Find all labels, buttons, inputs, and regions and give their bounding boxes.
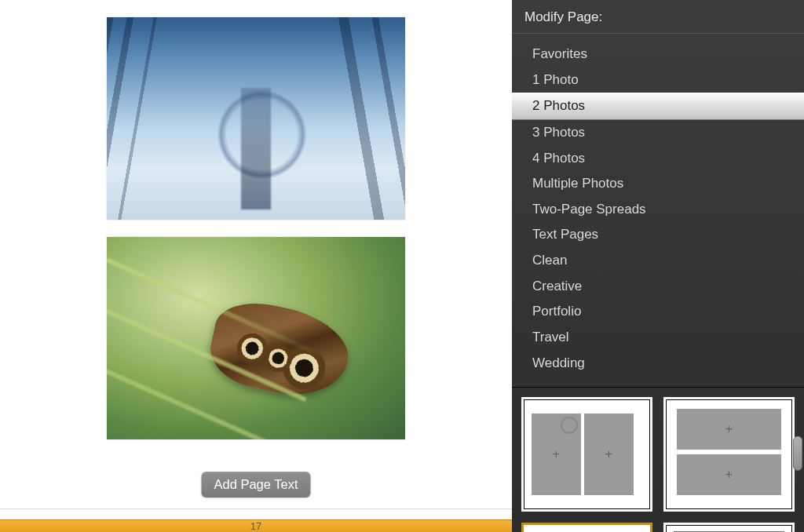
- layout-category-list: Favorites 1 Photo 2 Photos 3 Photos 4 Ph…: [512, 34, 804, 388]
- template-2-stacked-wide[interactable]: + +: [663, 397, 795, 511]
- add-page-text-button[interactable]: Add Page Text: [201, 472, 310, 497]
- page-footer-bars: 17: [0, 508, 512, 532]
- template-2-side-by-side[interactable]: + +: [521, 397, 652, 511]
- category-favorites[interactable]: Favorites: [512, 42, 804, 67]
- template-slot: +: [584, 414, 634, 495]
- template-grid: + + + + + + + +: [512, 388, 804, 532]
- category-travel[interactable]: Travel: [512, 325, 804, 351]
- app-root: Add Page Text 17 Modify Page: Favorites …: [0, 0, 804, 532]
- template-2-with-text[interactable]: + +: [663, 523, 795, 532]
- category-two-page-spreads[interactable]: Two-Page Spreads: [512, 197, 804, 223]
- photo-slot-1[interactable]: [107, 17, 405, 220]
- category-1-photo[interactable]: 1 Photo: [512, 67, 804, 93]
- category-4-photos[interactable]: 4 Photos: [512, 146, 804, 172]
- page-content: [0, 0, 512, 532]
- modify-page-sidebar: Modify Page: Favorites 1 Photo 2 Photos …: [512, 0, 804, 532]
- category-3-photos[interactable]: 3 Photos: [512, 120, 804, 146]
- category-clean[interactable]: Clean: [512, 248, 804, 274]
- category-portfolio[interactable]: Portfolio: [512, 299, 804, 325]
- template-scrollbar[interactable]: [793, 436, 802, 471]
- category-2-photos[interactable]: 2 Photos: [512, 93, 804, 120]
- photo-slot-2[interactable]: [107, 237, 405, 439]
- template-slot: +: [677, 409, 781, 450]
- template-slot: +: [677, 454, 781, 495]
- sidebar-header: Modify Page:: [512, 0, 804, 34]
- category-creative[interactable]: Creative: [512, 274, 804, 300]
- category-wedding[interactable]: Wedding: [512, 351, 804, 377]
- page-canvas[interactable]: Add Page Text 17: [0, 0, 512, 532]
- page-number-bar[interactable]: 17: [0, 519, 512, 532]
- category-multiple-photos[interactable]: Multiple Photos: [512, 171, 804, 197]
- template-slot: +: [532, 414, 581, 495]
- category-text-pages[interactable]: Text Pages: [512, 222, 804, 248]
- footer-spacer: [0, 508, 512, 519]
- template-2-stacked-centered[interactable]: + +: [521, 523, 652, 532]
